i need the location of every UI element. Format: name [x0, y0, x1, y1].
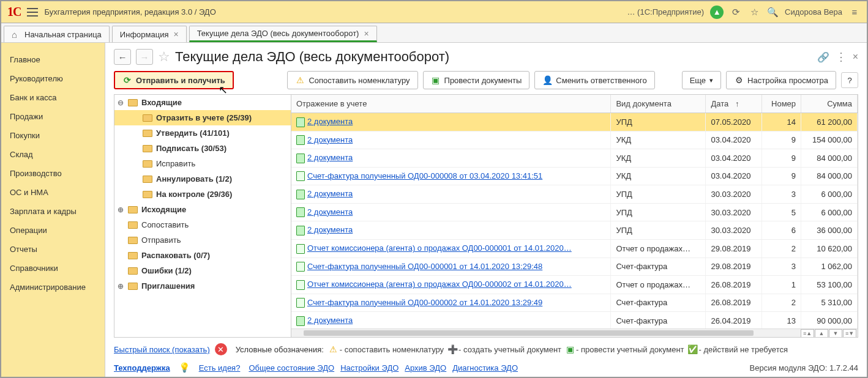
tree-row[interactable]: ⊕Приглашения: [114, 278, 291, 294]
document-link[interactable]: 2 документа: [307, 189, 353, 198]
table-row[interactable]: 2 документаСчет-фактура26.04.20191390 00…: [291, 312, 858, 328]
history-icon[interactable]: ⟳: [730, 6, 742, 18]
document-link[interactable]: 2 документа: [307, 316, 353, 325]
tree-expander-icon[interactable]: ⊕: [117, 282, 124, 291]
footer-link[interactable]: Настройки ЭДО: [340, 363, 398, 372]
document-link[interactable]: Отчет комиссионера (агента) о продажах О…: [307, 280, 572, 289]
tree-row[interactable]: ⊕Исходящие: [114, 202, 291, 217]
footer-link[interactable]: Диагностика ЭДО: [452, 363, 518, 372]
tree-expander-icon[interactable]: ⊖: [117, 98, 124, 107]
tree-row[interactable]: Распаковать (0/7): [114, 248, 291, 263]
sidenav-item[interactable]: Главное: [1, 50, 105, 69]
document-link[interactable]: 2 документа: [307, 225, 353, 234]
sidenav-item[interactable]: Отчеты: [1, 240, 105, 259]
tree-row[interactable]: Отправить: [114, 232, 291, 248]
sidenav-item[interactable]: Зарплата и кадры: [1, 202, 105, 221]
table-row[interactable]: Отчет комиссионера (агента) о продажах О…: [291, 276, 858, 294]
footer-link[interactable]: Общее состояние ЭДО: [249, 363, 334, 372]
grid-up-icon[interactable]: ▲: [815, 329, 828, 338]
send-receive-button[interactable]: ⟳ Отправить и получить: [114, 71, 234, 89]
grid-first-icon[interactable]: ≡▲: [801, 329, 814, 338]
document-link[interactable]: Счет-фактура полученный ОД00-000002 от 1…: [307, 298, 542, 307]
view-settings-button[interactable]: ⚙ Настройка просмотра: [726, 71, 836, 89]
favorite-star-icon[interactable]: ☆: [158, 49, 170, 65]
grid-column-header[interactable]: Вид документа: [611, 95, 706, 113]
tab[interactable]: Текущие дела ЭДО (весь документооборот)×: [189, 26, 377, 42]
grid-column-header[interactable]: Номер: [762, 95, 801, 113]
grid-column-header[interactable]: Сумма: [801, 95, 858, 113]
support-link[interactable]: Техподдержка: [114, 363, 170, 372]
search-icon[interactable]: 🔍: [766, 6, 779, 18]
sidenav-item[interactable]: Продажи: [1, 107, 105, 126]
tab[interactable]: Начальная страница: [4, 26, 110, 42]
sidenav-item[interactable]: Банк и касса: [1, 88, 105, 107]
grid-hscroll[interactable]: ≡▲ ▲ ▼ ≡▼: [291, 328, 858, 337]
table-row[interactable]: 2 документаУКД03.04.20209154 000,00: [291, 131, 858, 149]
table-row[interactable]: 2 документаУПД30.03.2020636 000,00: [291, 221, 858, 240]
idea-link[interactable]: Есть идея?: [199, 363, 241, 372]
match-nomenclature-button[interactable]: ⚠ Сопоставить номенклатуру: [287, 71, 417, 89]
tab[interactable]: Информация×: [112, 26, 187, 42]
post-documents-button[interactable]: ▣ Провести документы: [423, 71, 530, 89]
footer-link[interactable]: Архив ЭДО: [405, 363, 446, 372]
nav-back-button[interactable]: ←: [114, 49, 131, 65]
table-row[interactable]: 2 документаУПД30.03.202036 000,00: [291, 185, 858, 204]
sidenav-item[interactable]: Покупки: [1, 126, 105, 145]
table-row[interactable]: Счет-фактура полученный ОД00-000008 от 0…: [291, 167, 858, 185]
table-row[interactable]: Счет-фактура полученный ОД00-000002 от 1…: [291, 294, 858, 312]
document-link[interactable]: 2 документа: [307, 135, 353, 144]
document-link[interactable]: 2 документа: [307, 207, 353, 217]
clear-search-icon[interactable]: ✕: [215, 343, 227, 355]
document-link[interactable]: Отчет комиссионера (агента) о продажах О…: [307, 243, 572, 253]
document-grid[interactable]: Отражение в учетеВид документаДата ↑Номе…: [291, 95, 858, 328]
quick-search-link[interactable]: Быстрый поиск (показать): [114, 345, 210, 354]
more-button[interactable]: Еще ▾: [682, 71, 721, 89]
grid-column-header[interactable]: Дата ↑: [706, 95, 762, 113]
tree-row[interactable]: Отразить в учете (25/39): [114, 110, 291, 125]
grid-down-icon[interactable]: ▼: [829, 329, 842, 338]
nav-forward-button[interactable]: →: [136, 49, 153, 65]
tree-expander-icon[interactable]: ⊕: [117, 206, 124, 214]
main-menu-icon[interactable]: [27, 8, 38, 17]
kebab-menu-icon[interactable]: ⋮: [836, 50, 847, 64]
user-name[interactable]: Сидорова Вера: [785, 7, 842, 17]
sidenav-item[interactable]: Руководителю: [1, 69, 105, 88]
grid-last-icon[interactable]: ≡▼: [843, 329, 856, 338]
document-link[interactable]: Счет-фактура полученный ОД00-000001 от 1…: [307, 262, 542, 271]
sidenav-item[interactable]: Склад: [1, 145, 105, 164]
favorites-icon[interactable]: ☆: [748, 6, 760, 18]
tree-row[interactable]: ⊖Входящие: [114, 95, 291, 110]
scroll-thumb[interactable]: [304, 330, 754, 336]
sidenav-item[interactable]: ОС и НМА: [1, 183, 105, 202]
tree-row[interactable]: Исправить: [114, 156, 291, 171]
table-row[interactable]: 2 документаУКД03.04.2020984 000,00: [291, 149, 858, 168]
tree-row[interactable]: Сопоставить: [114, 217, 291, 232]
tree-row[interactable]: Утвердить (41/101): [114, 125, 291, 141]
sidenav-item[interactable]: Справочники: [1, 259, 105, 278]
link-icon[interactable]: 🔗: [817, 51, 829, 63]
document-link[interactable]: 2 документа: [307, 153, 353, 162]
table-row[interactable]: 2 документаУПД30.03.202056 000,00: [291, 203, 858, 221]
folder-tree[interactable]: ⊖ВходящиеОтразить в учете (25/39)Утверди…: [114, 94, 291, 338]
notifications-icon[interactable]: ▲: [710, 6, 724, 19]
change-responsible-button[interactable]: 👤 Сменить ответственного: [534, 71, 654, 89]
sidenav-item[interactable]: Администрирование: [1, 278, 105, 297]
grid-column-header[interactable]: Отражение в учете: [291, 95, 611, 113]
close-button[interactable]: ×: [853, 51, 858, 62]
sidenav-item[interactable]: Производство: [1, 164, 105, 183]
table-row[interactable]: Отчет комиссионера (агента) о продажах О…: [291, 239, 858, 258]
legend-item: ▣- провести учетный документ: [565, 344, 684, 354]
tree-row[interactable]: Ошибки (1/2): [114, 263, 291, 278]
table-row[interactable]: 2 документаУПД07.05.20201461 200,00: [291, 113, 858, 132]
close-icon[interactable]: ×: [173, 29, 178, 39]
tree-row[interactable]: На контроле (29/36): [114, 187, 291, 202]
tree-row[interactable]: Аннулировать (1/2): [114, 171, 291, 187]
sidenav-item[interactable]: Операции: [1, 221, 105, 240]
user-menu-icon[interactable]: ≡: [848, 6, 861, 18]
document-link[interactable]: Счет-фактура полученный ОД00-000008 от 0…: [307, 171, 542, 180]
document-link[interactable]: 2 документа: [307, 117, 353, 126]
help-button[interactable]: ?: [841, 72, 858, 88]
close-icon[interactable]: ×: [364, 29, 369, 39]
tree-row[interactable]: Подписать (30/53): [114, 141, 291, 156]
table-row[interactable]: Счет-фактура полученный ОД00-000001 от 1…: [291, 258, 858, 276]
